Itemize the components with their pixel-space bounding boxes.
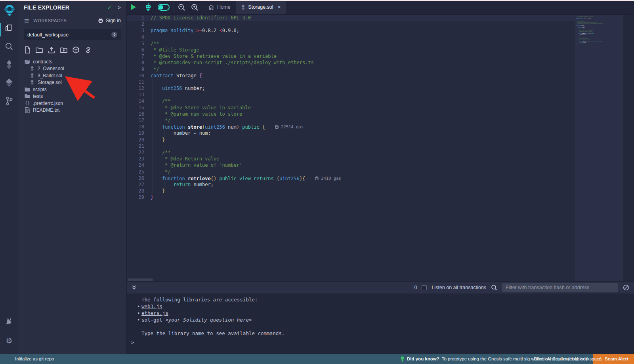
- code-line-10[interactable]: 10contract Storage {: [127, 72, 634, 79]
- tree-item-storage-sol[interactable]: Storage.sol: [18, 79, 126, 86]
- collapse-terminal-icon[interactable]: [132, 285, 137, 290]
- line-number: 7: [127, 53, 151, 59]
- code-line-14[interactable]: 14 /**: [127, 98, 634, 104]
- terminal-prompt[interactable]: >: [131, 339, 134, 345]
- line-number: 11: [127, 79, 151, 85]
- sign-in-button[interactable]: Sign in: [97, 18, 121, 23]
- code-line-8[interactable]: 8 * @custom:dev-run-script ./scripts/dep…: [127, 59, 634, 66]
- code-line-12[interactable]: 12 uint256 number;: [127, 85, 634, 91]
- clear-console-icon[interactable]: [623, 284, 629, 291]
- tab-storage-sol[interactable]: Storage.sol ×: [236, 0, 286, 14]
- code-line-16[interactable]: 16 * @param num value to store: [127, 111, 634, 117]
- plugin-manager-icon[interactable]: [3, 316, 15, 328]
- tree-item-scripts[interactable]: scripts: [18, 86, 126, 93]
- workspace-menu-icon[interactable]: ≡: [24, 17, 29, 25]
- minimap-slider[interactable]: [575, 15, 623, 281]
- transaction-filter-input[interactable]: [502, 283, 618, 292]
- search-icon[interactable]: [491, 284, 497, 291]
- tree-item-contracts[interactable]: contracts: [18, 58, 126, 65]
- close-icon[interactable]: ×: [278, 4, 281, 10]
- new-file-icon[interactable]: [25, 46, 31, 53]
- code-line-18[interactable]: 18 function store(uint256 num) public {2…: [127, 124, 634, 130]
- folder-icon: [25, 94, 30, 99]
- tree-item-tests[interactable]: tests: [18, 93, 126, 100]
- workspace-name: default_workspace: [27, 32, 111, 38]
- code-line-3[interactable]: 3pragma solidity >=0.8.2 <0.9.0;: [127, 27, 634, 34]
- git-icon[interactable]: [3, 95, 15, 107]
- code-line-7[interactable]: 7 * @dev Store & retrieve value in a var…: [127, 53, 634, 59]
- code-editor[interactable]: 1// SPDX-License-Identifier: GPL-3.023pr…: [127, 15, 634, 281]
- workspaces-label: WORKSPACES: [33, 18, 97, 23]
- listen-transactions-checkbox[interactable]: [422, 285, 427, 290]
- code-line-27[interactable]: 27 return number;: [127, 181, 634, 188]
- code-line-4[interactable]: 4: [127, 34, 634, 40]
- tree-item-3-ballot-sol[interactable]: 3_Ballot.sol: [18, 72, 126, 79]
- line-number: 8: [127, 59, 151, 66]
- line-number: 3: [127, 27, 151, 34]
- editor-hscrollbar[interactable]: [128, 278, 153, 281]
- code-line-24[interactable]: 24 * @return value of 'number': [127, 162, 634, 168]
- ipfs-cube-icon[interactable]: [73, 46, 79, 53]
- workspace-select[interactable]: default_workspace: [24, 29, 121, 40]
- gist-link-icon[interactable]: [84, 47, 92, 53]
- line-number: 14: [127, 98, 151, 104]
- code-line-17[interactable]: 17 */: [127, 117, 634, 124]
- tree-item-label: .prettierrc.json: [33, 101, 63, 106]
- code-line-22[interactable]: 22 /**: [127, 149, 634, 156]
- line-number: 21: [127, 143, 151, 149]
- run-script-button[interactable]: [131, 4, 136, 10]
- terminal[interactable]: The following libraries are accessible:•…: [127, 293, 634, 354]
- panel-title: FILE EXPLORER: [24, 4, 107, 11]
- line-number: 24: [127, 162, 151, 168]
- code-line-29[interactable]: 29}: [127, 194, 634, 200]
- code-line-19[interactable]: 19 number = num;: [127, 130, 634, 136]
- code-line-2[interactable]: 2: [127, 21, 634, 27]
- search-icon[interactable]: [3, 40, 15, 52]
- code-line-5[interactable]: 5/**: [127, 40, 634, 47]
- code-line-21[interactable]: 21: [127, 143, 634, 149]
- git-init-button[interactable]: Initialize as git repo: [0, 356, 54, 361]
- tree-item-readme-txt[interactable]: README.txt: [18, 107, 126, 114]
- chevron-right-icon[interactable]: >: [118, 4, 121, 11]
- code-line-23[interactable]: 23 * @dev Return value: [127, 156, 634, 162]
- code-line-15[interactable]: 15 * @dev Store value in variable: [127, 105, 634, 111]
- minimap[interactable]: // SPDX-License-Identifier: GPL-3.0 prag…: [575, 15, 634, 281]
- settings-gear-icon[interactable]: ⚙: [3, 335, 15, 347]
- tree-item-label: contracts: [33, 59, 52, 65]
- zoom-in-icon[interactable]: [191, 4, 199, 11]
- line-number: 25: [127, 169, 151, 175]
- line-number: 16: [127, 111, 151, 117]
- braces-icon: {}: [25, 101, 30, 106]
- code-line-9[interactable]: 9 */: [127, 66, 634, 72]
- zoom-out-icon[interactable]: [178, 4, 185, 11]
- code-line-6[interactable]: 6 * @title Storage: [127, 47, 634, 53]
- tab-home[interactable]: Home: [202, 0, 236, 14]
- upload-folder-icon[interactable]: [60, 47, 67, 53]
- upload-file-icon[interactable]: [48, 47, 55, 53]
- tree-item--prettierrc-json[interactable]: {}.prettierrc.json: [18, 100, 126, 107]
- code-line-26[interactable]: 26 function retrieve() public view retur…: [127, 175, 634, 181]
- new-folder-icon[interactable]: [36, 47, 43, 53]
- file-explorer-icon[interactable]: [3, 22, 15, 34]
- line-number: 18: [127, 124, 151, 130]
- terminal-output-line[interactable]: •ethers.js: [137, 310, 634, 316]
- tree-item-2-owner-sol[interactable]: 2_Owner.sol: [18, 65, 126, 72]
- code-line-13[interactable]: 13: [127, 91, 634, 98]
- terminal-output-line[interactable]: •web3.js: [137, 303, 634, 310]
- code-line-28[interactable]: 28 }: [127, 188, 634, 194]
- tab-home-label: Home: [217, 4, 230, 10]
- code-line-20[interactable]: 20 }: [127, 137, 634, 143]
- listen-transactions-label: Listen on all transactions: [432, 285, 486, 290]
- copilot-toggle[interactable]: [158, 4, 170, 11]
- remix-logo-icon[interactable]: [3, 3, 16, 17]
- ai-robot-icon[interactable]: [144, 3, 152, 11]
- code-line-11[interactable]: 11: [127, 79, 634, 85]
- solidity-compiler-icon[interactable]: [3, 59, 15, 71]
- line-number: 19: [127, 130, 151, 136]
- line-number: 28: [127, 188, 151, 194]
- terminal-output-line: •sol-gpt <your Solidity question here>: [137, 316, 634, 323]
- code-line-1[interactable]: 1// SPDX-License-Identifier: GPL-3.0: [127, 15, 634, 21]
- deploy-run-icon[interactable]: [3, 77, 15, 89]
- gas-estimate: 22514 gas: [275, 124, 304, 130]
- code-line-25[interactable]: 25 */: [127, 169, 634, 175]
